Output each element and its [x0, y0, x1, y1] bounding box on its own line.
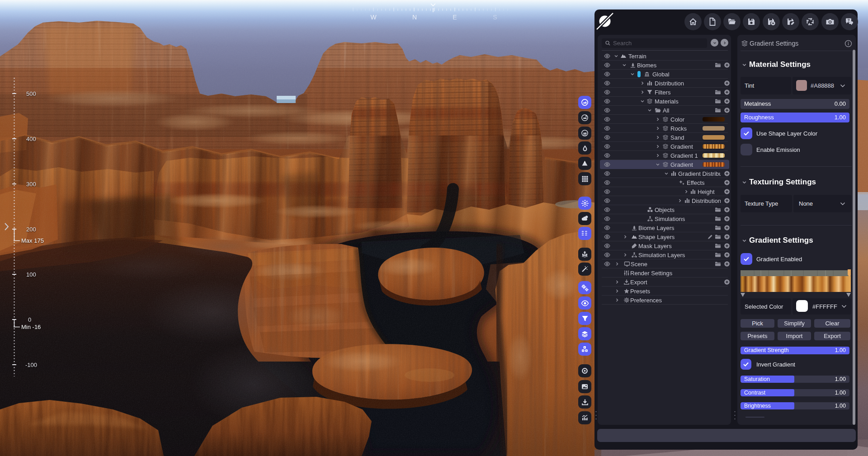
svg-text:?: ? — [847, 18, 849, 23]
svg-text:W: W — [370, 14, 377, 21]
svg-text:E: E — [453, 14, 457, 21]
svg-text:S: S — [493, 14, 497, 21]
svg-text:N: N — [412, 14, 417, 21]
